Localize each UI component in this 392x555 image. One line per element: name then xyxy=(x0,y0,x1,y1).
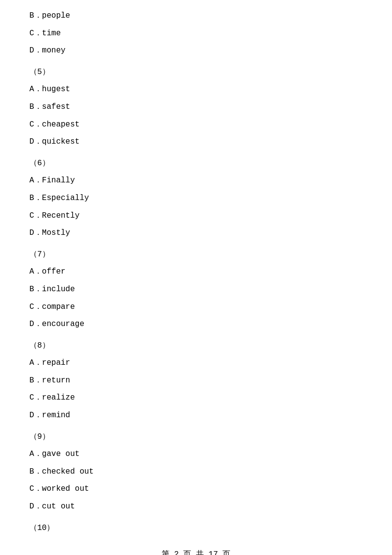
question-10-num: （10） xyxy=(29,522,363,535)
option-d-cut-out: D．cut out xyxy=(29,501,363,513)
page-footer: 第 2 页 共 17 页 xyxy=(29,549,363,555)
option-c-compare: C．compare xyxy=(29,301,363,314)
option-d-encourage: D．encourage xyxy=(29,318,363,331)
option-a-gave-out: A．gave out xyxy=(29,448,363,461)
option-b-people: B．people xyxy=(29,10,363,23)
option-b-checked-out: B．checked out xyxy=(29,466,363,479)
option-a-finally: A．Finally xyxy=(29,175,363,187)
option-c-worked-out: C．worked out xyxy=(29,483,363,496)
question-7-num: （7） xyxy=(29,249,363,261)
option-d-mostly: D．Mostly xyxy=(29,227,363,240)
option-d-quickest: D．quickest xyxy=(29,136,363,149)
option-b-return: B．return xyxy=(29,375,363,387)
option-a-hugest: A．hugest xyxy=(29,83,363,96)
option-c-time: C．time xyxy=(29,27,363,40)
question-8-num: （8） xyxy=(29,340,363,353)
option-b-safest: B．safest xyxy=(29,101,363,114)
option-d-money: D．money xyxy=(29,45,363,57)
option-c-cheapest: C．cheapest xyxy=(29,119,363,131)
option-a-repair: A．repair xyxy=(29,357,363,370)
option-d-remind: D．remind xyxy=(29,409,363,422)
option-c-recently: C．Recently xyxy=(29,210,363,223)
question-5-num: （5） xyxy=(29,66,363,79)
option-a-offer: A．offer xyxy=(29,266,363,278)
option-b-include: B．include xyxy=(29,283,363,296)
option-c-realize: C．realize xyxy=(29,392,363,404)
question-6-num: （6） xyxy=(29,157,363,170)
option-b-especially: B．Especially xyxy=(29,192,363,205)
question-9-num: （9） xyxy=(29,431,363,444)
